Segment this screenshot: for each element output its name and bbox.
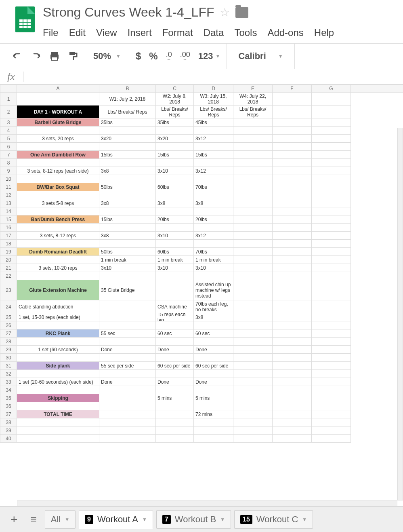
cell[interactable]: [233, 159, 273, 167]
row-header[interactable]: 38: [0, 418, 17, 426]
menu-file[interactable]: File: [43, 27, 59, 38]
cell[interactable]: 35lbs: [99, 118, 156, 127]
cell[interactable]: [312, 402, 351, 410]
cell[interactable]: 15 reps each leg: [156, 313, 194, 321]
cell[interactable]: [156, 127, 194, 135]
cell[interactable]: [17, 321, 99, 329]
cell[interactable]: [273, 280, 312, 300]
cell[interactable]: [233, 224, 273, 232]
cell[interactable]: [273, 167, 312, 175]
cell[interactable]: [312, 135, 351, 143]
cell[interactable]: [312, 240, 351, 248]
cell[interactable]: [312, 127, 351, 135]
cell[interactable]: [99, 159, 156, 167]
cell[interactable]: [273, 191, 312, 199]
cell[interactable]: [273, 199, 312, 207]
cell[interactable]: [156, 426, 194, 435]
cell[interactable]: [312, 321, 351, 329]
select-all-corner[interactable]: [0, 84, 17, 93]
menu-view[interactable]: View: [96, 27, 117, 38]
cell[interactable]: [273, 402, 312, 410]
folder-icon[interactable]: [235, 7, 248, 18]
cell[interactable]: [312, 394, 351, 402]
cell[interactable]: [233, 175, 273, 183]
cell[interactable]: [156, 272, 194, 280]
cell[interactable]: 3x12: [194, 232, 233, 240]
cell[interactable]: [99, 224, 156, 232]
row-header[interactable]: 39: [0, 426, 17, 435]
zoom-dropdown[interactable]: 50% ▼: [88, 51, 126, 61]
cell[interactable]: Done: [99, 346, 156, 354]
cell[interactable]: [99, 402, 156, 410]
cell[interactable]: Lbs/ Breaks/ Reps: [99, 106, 156, 118]
cell[interactable]: [273, 232, 312, 240]
cell[interactable]: 50lbs: [99, 248, 156, 256]
cell[interactable]: [273, 175, 312, 183]
cell[interactable]: [156, 224, 194, 232]
cell[interactable]: [273, 378, 312, 386]
cell[interactable]: [273, 215, 312, 224]
cell[interactable]: 70lbs: [194, 248, 233, 256]
cell[interactable]: [99, 418, 156, 426]
cell[interactable]: [233, 248, 273, 256]
cell[interactable]: Bar/Dumb Bench Press: [17, 215, 99, 224]
cell[interactable]: [99, 394, 156, 402]
row-header[interactable]: 9: [0, 167, 17, 175]
add-sheet-button[interactable]: +: [6, 513, 23, 526]
menu-data[interactable]: Data: [204, 27, 224, 38]
cell[interactable]: 3 sets, 8-12 reps: [17, 232, 99, 240]
cell[interactable]: RKC Plank: [17, 329, 99, 338]
cells-grid[interactable]: W1: July 2, 2018W2: July 8, 2018W3: July…: [17, 93, 351, 443]
cell[interactable]: [17, 93, 99, 106]
cell[interactable]: 70lbs each leg, no breaks: [194, 300, 233, 313]
cell[interactable]: [273, 159, 312, 167]
cell[interactable]: [17, 354, 99, 362]
row-header[interactable]: 21: [0, 264, 17, 272]
cell[interactable]: 60lbs: [156, 248, 194, 256]
cell[interactable]: [194, 143, 233, 151]
cell[interactable]: [312, 224, 351, 232]
cell[interactable]: 60 sec: [194, 329, 233, 338]
cell[interactable]: [312, 143, 351, 151]
redo-button[interactable]: [27, 44, 45, 69]
col-header-F[interactable]: F: [273, 84, 312, 93]
cell[interactable]: Lbs/ Breaks/ Reps: [194, 106, 233, 118]
cell[interactable]: 45lbs: [194, 118, 233, 127]
row-header[interactable]: 2: [0, 106, 17, 118]
row-header[interactable]: 19: [0, 248, 17, 256]
cell[interactable]: [312, 159, 351, 167]
cell[interactable]: [99, 426, 156, 435]
row-header[interactable]: 15: [0, 215, 17, 224]
cell[interactable]: 3x8: [194, 199, 233, 207]
cell[interactable]: [194, 207, 233, 215]
cell[interactable]: [99, 240, 156, 248]
cell[interactable]: [17, 418, 99, 426]
col-header-B[interactable]: B: [99, 84, 156, 93]
cell[interactable]: [233, 435, 273, 443]
cell[interactable]: [233, 378, 273, 386]
cell[interactable]: [273, 151, 312, 159]
cell[interactable]: [312, 435, 351, 443]
cell[interactable]: 35 Glute Bridge: [99, 280, 156, 300]
cell[interactable]: [312, 256, 351, 264]
cell[interactable]: 1 set (20-60 secondss) (each side): [17, 378, 99, 386]
cell[interactable]: 3x10: [99, 264, 156, 272]
cell[interactable]: [233, 346, 273, 354]
cell[interactable]: [194, 175, 233, 183]
cell[interactable]: 3 sets, 10-20 reps: [17, 264, 99, 272]
cell[interactable]: [156, 435, 194, 443]
cell[interactable]: [156, 418, 194, 426]
menu-edit[interactable]: Edit: [69, 27, 86, 38]
cell[interactable]: [194, 127, 233, 135]
cell[interactable]: [99, 338, 156, 346]
cell[interactable]: [312, 338, 351, 346]
cell[interactable]: Done: [99, 378, 156, 386]
cell[interactable]: [312, 354, 351, 362]
cell[interactable]: 3 sets 5-8 reps: [17, 199, 99, 207]
cell[interactable]: Glute Extension Machine: [17, 280, 99, 300]
cell[interactable]: 1 set (60 seconds): [17, 346, 99, 354]
cell[interactable]: BW/Bar Box Squat: [17, 183, 99, 191]
cell[interactable]: 55 sec per side: [99, 362, 156, 370]
cell[interactable]: 3x8: [99, 232, 156, 240]
cell[interactable]: [312, 151, 351, 159]
